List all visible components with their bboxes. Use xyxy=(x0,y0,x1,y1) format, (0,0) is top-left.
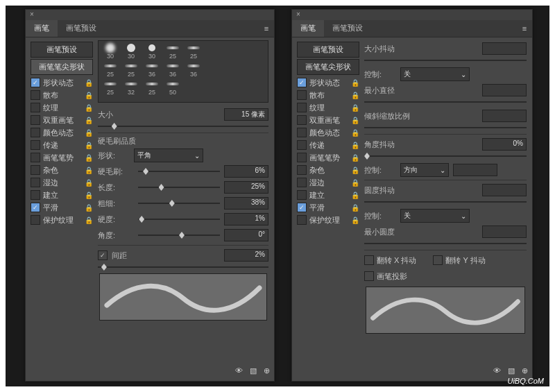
close-icon[interactable]: × xyxy=(296,10,300,18)
create-brush-icon[interactable]: ⊕ xyxy=(264,366,270,375)
sidebar-item-label[interactable]: 双重画笔 xyxy=(309,115,351,126)
shape-select[interactable]: 平角⌄ xyxy=(134,148,203,162)
tab-brush[interactable]: 画笔 xyxy=(292,20,324,37)
brush-preset[interactable]: 25 xyxy=(100,60,121,78)
panel-menu-icon[interactable]: ≡ xyxy=(517,20,532,37)
sidebar-item-label[interactable]: 平滑 xyxy=(309,203,351,213)
sidebar-checkbox[interactable] xyxy=(297,165,307,175)
sidebar-item-label[interactable]: 杂色 xyxy=(309,165,351,176)
brush-preset[interactable]: 25 xyxy=(162,42,183,60)
sidebar-checkbox[interactable] xyxy=(297,140,307,150)
lock-icon[interactable]: 🔒 xyxy=(85,191,93,199)
angle-jitter-input[interactable]: 0% xyxy=(482,138,527,151)
lock-icon[interactable]: 🔒 xyxy=(85,142,93,149)
sidebar-checkbox[interactable] xyxy=(31,90,40,100)
sidebar-item-label[interactable]: 双重画笔 xyxy=(43,115,85,126)
sidebar-item-label[interactable]: 建立 xyxy=(43,190,85,201)
length-slider[interactable] xyxy=(159,184,164,191)
angle-input[interactable]: 0° xyxy=(224,229,268,241)
tab-preset[interactable]: 画笔预设 xyxy=(58,20,105,37)
lock-icon[interactable]: 🔒 xyxy=(351,79,359,87)
brush-preset-button[interactable]: 画笔预设 xyxy=(31,42,93,58)
panel-menu-icon[interactable]: ≡ xyxy=(259,20,274,37)
control-select-2[interactable]: 方向⌄ xyxy=(400,163,449,177)
brush-preset[interactable]: 32 xyxy=(121,78,142,96)
sidebar-item-label[interactable]: 散布 xyxy=(309,90,351,101)
sidebar-item-label[interactable]: 颜色动态 xyxy=(43,128,85,138)
sidebar-item-label[interactable]: 画笔笔势 xyxy=(309,153,351,163)
tab-preset[interactable]: 画笔预设 xyxy=(324,20,371,37)
size-slider[interactable] xyxy=(98,123,268,130)
sidebar-checkbox[interactable] xyxy=(297,215,307,225)
toggle-preview-icon[interactable]: 👁 xyxy=(493,366,501,375)
bristle-input[interactable]: 6% xyxy=(224,165,268,178)
sidebar-checkbox[interactable]: ✓ xyxy=(297,78,307,87)
lock-icon[interactable]: 🔒 xyxy=(85,117,93,124)
sidebar-item-label[interactable]: 形状动态 xyxy=(43,78,85,88)
brush-preset[interactable]: 30 xyxy=(100,42,121,60)
new-preset-icon[interactable]: ▧ xyxy=(250,366,257,375)
control-select-3[interactable]: 关⌄ xyxy=(400,209,470,223)
sidebar-item-label[interactable]: 杂色 xyxy=(43,165,85,176)
spacing-input[interactable]: 2% xyxy=(224,249,268,262)
brush-tip-presets[interactable]: 3030302525 2525363636 25322550 xyxy=(98,40,268,103)
sidebar-item-label[interactable]: 形状动态 xyxy=(309,78,351,88)
brush-preset-button[interactable]: 画笔预设 xyxy=(297,42,359,58)
sidebar-item-label[interactable]: 颜色动态 xyxy=(309,128,351,138)
lock-icon[interactable]: 🔒 xyxy=(85,167,93,174)
sidebar-checkbox[interactable] xyxy=(31,103,40,112)
min-diameter-slider[interactable] xyxy=(364,99,527,105)
lock-icon[interactable]: 🔒 xyxy=(85,92,93,99)
sidebar-item-label[interactable]: 传递 xyxy=(43,140,85,151)
lock-icon[interactable]: 🔒 xyxy=(351,104,359,112)
thickness-slider[interactable] xyxy=(169,200,175,207)
min-diameter-input[interactable] xyxy=(482,84,527,96)
sidebar-item-label[interactable]: 纹理 xyxy=(309,103,351,113)
lock-icon[interactable]: 🔒 xyxy=(85,154,93,162)
sidebar-item-label[interactable]: 平滑 xyxy=(43,203,85,213)
spacing-slider[interactable] xyxy=(98,264,268,271)
sidebar-item-label[interactable]: 湿边 xyxy=(43,178,85,188)
sidebar-checkbox[interactable] xyxy=(31,128,40,137)
create-brush-icon[interactable]: ⊕ xyxy=(522,366,528,375)
sidebar-checkbox[interactable] xyxy=(297,103,307,112)
brush-preset[interactable]: 25 xyxy=(121,60,142,78)
angle-jitter-slider[interactable] xyxy=(364,153,527,160)
sidebar-checkbox[interactable]: ✓ xyxy=(297,203,307,212)
roundness-jitter-slider[interactable] xyxy=(364,198,527,205)
brush-preset[interactable]: 25 xyxy=(142,78,162,96)
min-roundness-input[interactable] xyxy=(482,225,527,238)
hardness-input[interactable]: 1% xyxy=(224,213,268,225)
sidebar-checkbox[interactable] xyxy=(297,153,307,162)
sidebar-checkbox[interactable]: ✓ xyxy=(31,78,40,87)
size-jitter-input[interactable] xyxy=(482,42,527,55)
sidebar-item-label[interactable]: 传递 xyxy=(309,140,351,151)
brush-preset[interactable]: 36 xyxy=(183,60,204,78)
lock-icon[interactable]: 🔒 xyxy=(85,216,93,224)
lock-icon[interactable]: 🔒 xyxy=(85,104,93,112)
sidebar-checkbox[interactable] xyxy=(297,128,307,137)
brush-preset[interactable]: 36 xyxy=(142,60,162,78)
lock-icon[interactable]: 🔒 xyxy=(85,129,93,137)
sidebar-item-label[interactable]: 建立 xyxy=(309,190,351,201)
sidebar-checkbox[interactable] xyxy=(31,140,40,150)
sidebar-checkbox[interactable] xyxy=(297,178,307,187)
lock-icon[interactable]: 🔒 xyxy=(351,204,359,212)
lock-icon[interactable]: 🔒 xyxy=(351,154,359,162)
brush-projection-checkbox[interactable] xyxy=(364,271,374,281)
toggle-preview-icon[interactable]: 👁 xyxy=(235,366,243,375)
size-input[interactable]: 15 像素 xyxy=(224,108,268,121)
flip-y-checkbox[interactable] xyxy=(433,255,443,265)
brush-preset[interactable]: 36 xyxy=(162,60,183,78)
lock-icon[interactable]: 🔒 xyxy=(351,191,359,199)
sidebar-checkbox[interactable] xyxy=(31,190,40,200)
sidebar-checkbox[interactable] xyxy=(31,115,40,125)
sidebar-item-label[interactable]: 纹理 xyxy=(43,103,85,113)
hardness-slider[interactable] xyxy=(139,216,144,223)
lock-icon[interactable]: 🔒 xyxy=(351,179,359,187)
sidebar-checkbox[interactable] xyxy=(31,178,40,187)
bristle-slider[interactable] xyxy=(143,168,148,175)
sidebar-checkbox[interactable] xyxy=(31,165,40,175)
lock-icon[interactable]: 🔒 xyxy=(351,117,359,124)
size-jitter-slider[interactable] xyxy=(364,57,527,64)
